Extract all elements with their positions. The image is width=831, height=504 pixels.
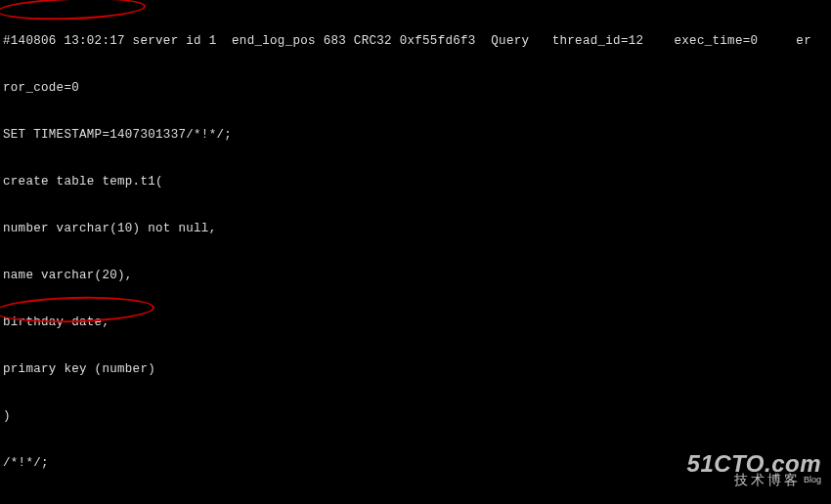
log-line: create table temp.t1(	[3, 174, 828, 189]
log-line: SET TIMESTAMP=1407301337/*!*/;	[3, 127, 828, 143]
log-line: /*!*/;	[3, 455, 828, 471]
log-line: name varchar(20),	[3, 268, 828, 283]
log-line: primary key (number)	[3, 361, 828, 377]
log-line: number varchar(10) not null,	[3, 221, 828, 236]
annotation-circle-icon	[0, 0, 146, 22]
log-line: birthday date,	[3, 315, 828, 330]
log-line: )	[3, 408, 828, 424]
log-line: #140806 13:02:17 server id 1 end_log_pos…	[3, 33, 828, 49]
log-line: ror_code=0	[3, 80, 828, 96]
terminal-output[interactable]: #140806 13:02:17 server id 1 end_log_pos…	[0, 0, 831, 504]
